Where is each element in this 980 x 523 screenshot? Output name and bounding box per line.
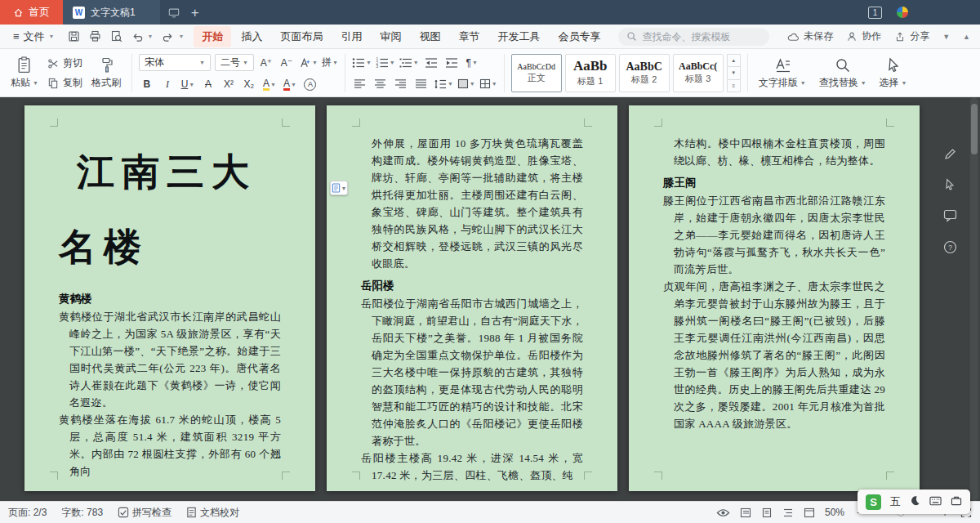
tab-start[interactable]: 开始 [194,26,231,47]
page-1[interactable]: 江南三大 名楼 黄鹤楼 黄鹤楼位于湖北省武汉市长江南岸的武昌蛇山峰岭之上，为国家… [24,105,315,491]
select-tool-button[interactable] [941,176,959,194]
cut-button[interactable]: 剪切 [47,56,82,70]
style-normal[interactable]: AaBbCcDd 正文 [511,54,562,92]
apps-pinwheel-icon[interactable] [897,7,908,18]
enclose-character-button[interactable]: A [302,76,318,92]
doc-heading[interactable]: 岳阳楼 [361,279,583,293]
strikethrough-button[interactable]: A [200,76,216,92]
tab-dev-tools[interactable]: 开发工具 [489,26,548,47]
tab-view[interactable]: 视图 [411,26,448,47]
tab-review[interactable]: 审阅 [372,26,409,47]
copy-button[interactable]: 复制 [47,76,82,90]
line-spacing-button[interactable]: ▼ [434,76,453,92]
ime-mode-indicator[interactable]: 五 [890,494,901,509]
ime-toolbox-icon[interactable] [951,495,962,508]
doc-paragraph[interactable]: 外伸展，屋面用 10 多万块黄色琉璃瓦覆盖构建而成。楼外铸铜黄鹤造型、胜像宝塔、… [361,135,583,272]
window-count-badge[interactable]: 1 [868,7,882,19]
print-preview-icon[interactable] [110,30,122,42]
doc-paragraph[interactable]: 岳阳楼位于湖南省岳阳市古城西门城墙之上，下瞰洞庭，前望君山，自古有“洞庭天下水，… [361,295,583,449]
font-color-button[interactable]: A▼ [282,76,298,92]
tab-member[interactable]: 会员专享 [550,26,608,47]
tab-preview-button[interactable] [168,7,180,18]
underline-button[interactable]: U▼ [180,76,196,92]
view-mode-page[interactable] [761,507,773,518]
new-tab-button[interactable]: + [191,6,199,20]
page-indicator[interactable]: 页面: 2/3 [8,506,47,520]
bullet-list-button[interactable]: ▼ [352,55,372,71]
doc-paragraph[interactable]: 黄鹤楼位于湖北省武汉市长江南岸的武昌蛇山峰岭之上，为国家 5A 级旅游景区，享有… [59,308,281,411]
doc-paragraph[interactable]: 木结构。楼中四根楠木金柱直贯楼顶，周围绕以廊、枋、椽、檩互相榫合，结为整体。 [663,135,885,169]
subscript-button[interactable]: X₂ [241,76,257,92]
proofing-button[interactable]: 文档校对 [186,506,239,520]
doc-heading[interactable]: 黄鹤楼 [59,292,281,306]
view-mode-outline[interactable] [782,507,794,518]
justify-button[interactable] [413,76,430,92]
decrease-font-button[interactable]: A⁻ [278,55,295,71]
decrease-indent-button[interactable] [423,55,439,71]
increase-indent-button[interactable] [443,55,460,71]
vertical-scrollbar[interactable] [970,97,978,501]
save-icon[interactable] [68,30,80,42]
font-size-select[interactable]: 二号▼ [215,54,254,71]
comment-button[interactable] [941,207,959,225]
paragraph-layout-button[interactable]: ▼ [330,181,348,195]
spellcheck-button[interactable]: 拼写检查 [118,506,172,520]
tab-insert[interactable]: 插入 [233,26,270,47]
text-effects-button[interactable]: ▼ [299,55,318,71]
highlight-color-button[interactable]: A▼ [261,76,278,92]
style-heading1[interactable]: AaBb 标题 1 [565,54,616,92]
scrollbar-thumb[interactable] [971,104,978,154]
document-tab[interactable]: 文字文稿1 [63,0,160,25]
view-mode-fullscreen[interactable] [740,507,751,518]
undo-button[interactable]: ▼ [131,31,154,42]
eye-protection-button[interactable] [716,507,730,518]
ribbon-collapse-button[interactable]: ▼ [942,33,950,41]
bold-button[interactable]: B [139,76,155,92]
ink-annotate-button[interactable] [941,145,959,163]
superscript-button[interactable]: X² [220,76,237,92]
collaborate-button[interactable]: 协作 [846,29,881,43]
shading-button[interactable]: ▼ [457,76,475,92]
word-count[interactable]: 字数: 783 [61,506,103,520]
styles-gallery-expand[interactable]: ≡ [727,80,741,92]
text-layout-button[interactable]: 文字排版▼ [755,53,810,93]
select-button[interactable]: 选择▼ [875,53,911,93]
borders-button[interactable]: ▼ [479,76,497,92]
align-left-button[interactable] [352,76,368,92]
numbered-list-button[interactable]: 123 ▼ [376,55,395,71]
font-name-select[interactable]: 宋体▼ [139,54,211,71]
zoom-level[interactable]: 50% [825,507,844,518]
align-right-button[interactable] [393,76,409,92]
halfwidth-moon-icon[interactable] [910,495,920,508]
doc-paragraph[interactable]: 滕王阁位于江西省南昌市西北部沿江路赣江东岸，始建于唐朝永徽四年，因唐太宗李世民之… [663,192,885,278]
ribbon-expand-button[interactable]: ▲ [963,33,970,41]
page-2[interactable]: ▼ 外伸展，屋面用 10 多万块黄色琉璃瓦覆盖构建而成。楼外铸铜黄鹤造型、胜像宝… [327,105,617,491]
file-menu-button[interactable]: ≡ 文件 ▼ [7,29,61,44]
page-3[interactable]: 木结构。楼中四根楠木金柱直贯楼顶，周围绕以廊、枋、椽、檩互相榫合，结为整体。 滕… [629,105,920,491]
command-search-box[interactable] [618,28,769,46]
find-replace-button[interactable]: 查找替换▼ [815,53,871,93]
help-button[interactable]: ? [941,238,959,256]
document-title[interactable]: 江南三大 名楼 [59,135,281,285]
show-paragraph-marks-button[interactable]: ¶▼ [464,55,480,71]
doc-paragraph[interactable]: 岳阳楼主楼高 19.42 米，进深 14.54 米，宽 17.42 米，为三层、… [361,449,583,484]
pinyin-guide-button[interactable]: 拼▼ [322,55,338,71]
tab-section[interactable]: 章节 [450,26,488,47]
style-heading3[interactable]: AaBbCc( 标题 3 [673,54,724,92]
tab-page-layout[interactable]: 页面布局 [272,26,331,47]
paste-button[interactable]: 粘贴▼ [7,53,42,93]
multilevel-list-button[interactable]: ▼ [399,55,419,71]
home-tab[interactable]: 首页 [0,0,63,25]
ime-keyboard-icon[interactable] [929,496,942,508]
styles-scroll-up[interactable]: ▲ [727,54,741,67]
italic-button[interactable]: I [159,76,176,92]
doc-heading[interactable]: 滕王阁 [663,176,885,190]
save-status[interactable]: 未保存 [787,29,833,43]
redo-button[interactable]: ▼ [162,31,184,42]
style-heading2[interactable]: AaBbC 标题 2 [619,54,670,92]
print-icon[interactable] [89,30,101,42]
ime-logo[interactable]: S [866,494,881,510]
align-center-button[interactable] [372,76,389,92]
format-painter-button[interactable]: 格式刷 [87,53,125,93]
doc-paragraph[interactable]: 贞观年间，唐高祖李渊之子、唐太宗李世民之弟李元婴曾被封于山东滕州故为滕王，且于滕… [663,278,885,432]
